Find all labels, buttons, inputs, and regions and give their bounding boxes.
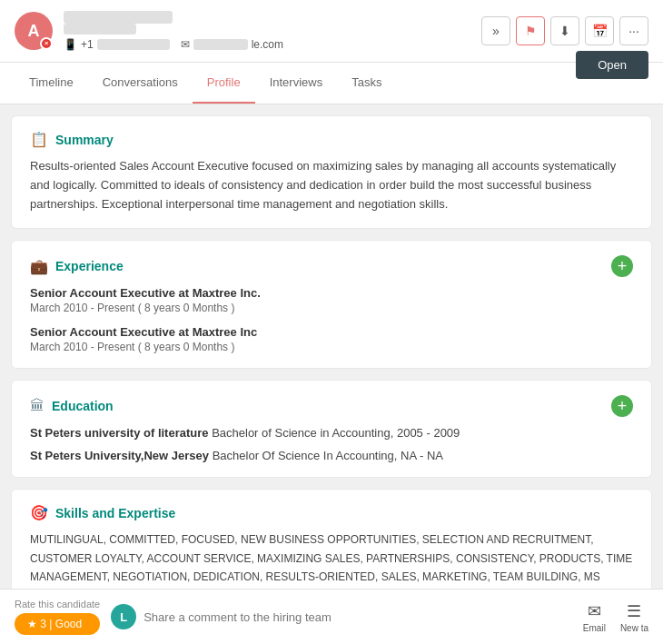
experience-title-group: 💼 Experience xyxy=(30,258,124,275)
edu-detail-1: Bachelor Of Science In Accounting, NA - … xyxy=(213,449,443,462)
contact-info: 📱 +1 ✉ le.com xyxy=(64,38,283,51)
experience-icon: 💼 xyxy=(30,258,48,275)
skills-icon: 🎯 xyxy=(30,504,48,521)
experience-title: Experience xyxy=(55,259,124,273)
edu-detail-0: Bachelor of Science in Accounting, 2005 … xyxy=(212,426,460,440)
exp-date-1: March 2010 - Present ( 8 years 0 Months … xyxy=(30,341,633,353)
education-entry-0: St Peters university of literature Bache… xyxy=(30,426,633,440)
phone-contact: 📱 +1 xyxy=(64,38,170,51)
experience-list: Senior Account Executive at Maxtree Inc.… xyxy=(30,286,633,353)
header-actions: » ⚑ ⬇ 📅 ··· Open xyxy=(481,16,648,45)
education-icon: 🏛 xyxy=(30,398,45,414)
email-domain: le.com xyxy=(252,38,283,51)
tab-tasks[interactable]: Tasks xyxy=(337,63,396,104)
exp-date-0: March 2010 - Present ( 8 years 0 Months … xyxy=(30,302,633,314)
comment-input[interactable] xyxy=(143,610,572,624)
exp-title-1: Senior Account Executive at Maxtree Inc xyxy=(30,325,633,339)
rate-label: Rate this candidate xyxy=(15,599,100,609)
education-title-group: 🏛 Education xyxy=(30,398,114,414)
tabs: Timeline Conversations Profile Interview… xyxy=(0,63,663,104)
tab-interviews[interactable]: Interviews xyxy=(255,63,338,104)
email-action-icon: ✉ xyxy=(588,601,601,621)
summary-icon: 📋 xyxy=(30,131,48,148)
edu-institution-0: St Peters university of literature xyxy=(30,426,209,440)
header: A 📱 +1 ✉ le.com » ⚑ ⬇ 📅 xyxy=(0,0,663,63)
phone-icon: 📱 xyxy=(64,38,77,51)
rate-button[interactable]: ★ 3 | Good xyxy=(15,613,100,635)
skills-title: Skills and Expertise xyxy=(55,506,175,520)
summary-text: Results-oriented Sales Account Executive… xyxy=(30,157,633,213)
summary-card: 📋 Summary Results-oriented Sales Account… xyxy=(11,115,652,229)
header-left: A 📱 +1 ✉ le.com xyxy=(15,11,283,51)
email-contact: ✉ le.com xyxy=(181,38,283,51)
candidate-name xyxy=(64,11,173,24)
email-blurred xyxy=(193,39,248,50)
flag-button[interactable]: ⚑ xyxy=(516,16,545,45)
exp-title-0: Senior Account Executive at Maxtree Inc. xyxy=(30,286,633,300)
add-education-button[interactable]: + xyxy=(611,395,633,417)
bottom-bar: Rate this candidate ★ 3 | Good L ✉ Email… xyxy=(0,589,663,644)
skills-header: 🎯 Skills and Expertise xyxy=(30,504,633,521)
edu-institution-1: St Peters University,New Jersey xyxy=(30,449,209,462)
experience-card: 💼 Experience + Senior Account Executive … xyxy=(11,240,652,369)
candidate-sub xyxy=(64,24,136,35)
email-action[interactable]: ✉ Email xyxy=(583,601,606,633)
edu-text-1: St Peters University,New Jersey Bachelor… xyxy=(30,449,443,462)
email-action-label: Email xyxy=(583,623,606,633)
add-experience-button[interactable]: + xyxy=(611,255,633,277)
experience-entry-1: Senior Account Executive at Maxtree Inc … xyxy=(30,325,633,353)
comment-area: L xyxy=(111,604,572,629)
education-header: 🏛 Education + xyxy=(30,395,633,417)
calendar-button[interactable]: 📅 xyxy=(585,16,614,45)
education-card: 🏛 Education + St Peters university of li… xyxy=(11,380,652,478)
candidate-details: 📱 +1 ✉ le.com xyxy=(64,11,283,51)
open-dropdown[interactable]: Open xyxy=(576,51,648,79)
email-icon: ✉ xyxy=(181,38,190,51)
new-tab-action[interactable]: ☰ New ta xyxy=(620,601,648,633)
edu-text-0: St Peters university of literature Bache… xyxy=(30,426,460,440)
rate-section: Rate this candidate ★ 3 | Good xyxy=(15,599,100,635)
summary-title: Summary xyxy=(55,133,114,147)
avatar-badge xyxy=(40,37,53,50)
avatar: A xyxy=(15,12,53,50)
comment-avatar: L xyxy=(111,604,136,629)
tab-conversations[interactable]: Conversations xyxy=(88,63,193,104)
new-tab-label: New ta xyxy=(620,623,648,633)
experience-entry-0: Senior Account Executive at Maxtree Inc.… xyxy=(30,286,633,314)
summary-title-group: 📋 Summary xyxy=(30,131,114,148)
main-content: 📋 Summary Results-oriented Sales Account… xyxy=(0,104,663,644)
education-entry-1: St Peters University,New Jersey Bachelor… xyxy=(30,449,633,462)
bottom-actions: ✉ Email ☰ New ta xyxy=(583,601,648,633)
education-list: St Peters university of literature Bache… xyxy=(30,426,633,462)
phone-blurred xyxy=(97,39,170,50)
experience-header: 💼 Experience + xyxy=(30,255,633,277)
download-button[interactable]: ⬇ xyxy=(550,16,579,45)
tab-timeline[interactable]: Timeline xyxy=(15,63,88,104)
more-button[interactable]: ··· xyxy=(619,16,648,45)
phone-prefix: +1 xyxy=(81,38,94,51)
skills-title-group: 🎯 Skills and Expertise xyxy=(30,504,175,521)
new-tab-icon: ☰ xyxy=(627,601,641,621)
education-title: Education xyxy=(52,399,114,413)
summary-header: 📋 Summary xyxy=(30,131,633,148)
forward-button[interactable]: » xyxy=(481,16,510,45)
tab-profile[interactable]: Profile xyxy=(193,63,255,104)
